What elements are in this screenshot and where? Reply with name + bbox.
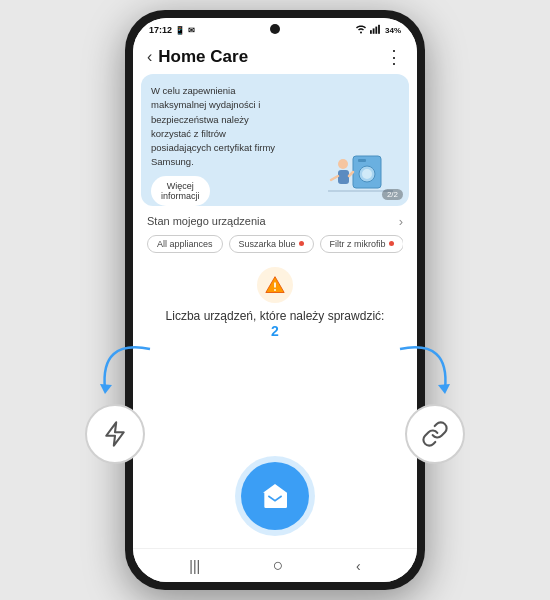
svg-point-10 bbox=[338, 159, 348, 169]
filter-tab-all[interactable]: All appliances bbox=[147, 235, 223, 253]
menu-button[interactable]: ⋮ bbox=[385, 46, 403, 68]
section-title: Stan mojego urządzenia bbox=[147, 215, 266, 227]
svg-marker-0 bbox=[100, 384, 112, 394]
nav-back-button[interactable]: ‹ bbox=[356, 558, 361, 574]
wifi-icon bbox=[355, 24, 367, 36]
filter-tab-all-label: All appliances bbox=[157, 239, 213, 249]
side-icon-right[interactable] bbox=[405, 404, 465, 464]
svg-rect-17 bbox=[268, 495, 281, 504]
message-icon: ✉ bbox=[188, 26, 195, 35]
svg-rect-11 bbox=[338, 170, 349, 184]
scroll-area: W celu zapewnienia maksymalnej wydajnośc… bbox=[133, 74, 417, 548]
home-care-fab[interactable] bbox=[241, 462, 309, 530]
filter-tab-filtr[interactable]: Filtr z mikrofib bbox=[320, 235, 403, 253]
alert-text: Liczba urządzeń, które należy sprawdzić: bbox=[166, 309, 385, 323]
more-info-button[interactable]: Więcej informacji bbox=[151, 176, 210, 206]
svg-marker-1 bbox=[438, 384, 450, 394]
svg-rect-4 bbox=[375, 27, 377, 34]
banner-text: W celu zapewnienia maksymalnej wydajnośc… bbox=[151, 84, 287, 170]
phone-outer: 17:12 📱 ✉ bbox=[125, 10, 425, 590]
battery-text: 34% bbox=[385, 26, 401, 35]
warning-icon bbox=[265, 275, 285, 295]
svg-rect-5 bbox=[378, 25, 380, 34]
banner-counter: 2/2 bbox=[382, 189, 403, 200]
alert-icon-wrap bbox=[257, 267, 293, 303]
nav-recent-button[interactable]: ||| bbox=[189, 558, 200, 574]
device-status-section: Stan mojego urządzenia › All appliances … bbox=[133, 206, 417, 257]
status-time: 17:12 bbox=[149, 25, 172, 35]
promo-banner: W celu zapewnienia maksymalnej wydajnośc… bbox=[141, 74, 409, 206]
bottom-nav: ||| ○ ‹ bbox=[133, 548, 417, 582]
section-nav-arrow[interactable]: › bbox=[399, 214, 403, 229]
alert-count: 2 bbox=[271, 323, 279, 339]
svg-line-12 bbox=[331, 176, 338, 180]
header-left: ‹ Home Care bbox=[147, 47, 248, 67]
app-header: ‹ Home Care ⋮ bbox=[133, 38, 417, 74]
nav-home-button[interactable]: ○ bbox=[273, 555, 284, 576]
filtr-alert-dot bbox=[389, 241, 394, 246]
status-right: 34% bbox=[355, 24, 401, 36]
arrow-right-curve bbox=[380, 329, 460, 409]
camera-notch bbox=[270, 24, 280, 34]
back-button[interactable]: ‹ bbox=[147, 48, 152, 66]
svg-rect-9 bbox=[358, 159, 366, 162]
home-fab-icon bbox=[259, 480, 291, 512]
signal-icon bbox=[370, 24, 382, 36]
svg-point-8 bbox=[362, 169, 372, 179]
filter-tabs: All appliances Suszarka blue Filtr z mik… bbox=[147, 235, 403, 253]
section-header: Stan mojego urządzenia › bbox=[147, 214, 403, 229]
bottom-area bbox=[133, 345, 417, 549]
svg-line-13 bbox=[349, 172, 353, 176]
status-left: 17:12 📱 ✉ bbox=[149, 25, 195, 35]
suszarka-alert-dot bbox=[299, 241, 304, 246]
svg-rect-16 bbox=[274, 289, 276, 291]
svg-rect-2 bbox=[370, 30, 372, 34]
alert-section: Liczba urządzeń, które należy sprawdzić:… bbox=[133, 257, 417, 345]
side-icon-left[interactable] bbox=[85, 404, 145, 464]
filter-tab-suszarka[interactable]: Suszarka blue bbox=[229, 235, 314, 253]
phone-screen: 17:12 📱 ✉ bbox=[133, 18, 417, 582]
filter-tab-filtr-label: Filtr z mikrofib bbox=[330, 239, 386, 249]
arrow-left-curve bbox=[90, 329, 170, 409]
page-title: Home Care bbox=[158, 47, 248, 67]
svg-rect-15 bbox=[274, 282, 276, 287]
phone-frame: 17:12 📱 ✉ bbox=[125, 10, 425, 590]
whatsapp-icon: 📱 bbox=[175, 26, 185, 35]
svg-rect-3 bbox=[373, 28, 375, 33]
filter-tab-suszarka-label: Suszarka blue bbox=[239, 239, 296, 249]
